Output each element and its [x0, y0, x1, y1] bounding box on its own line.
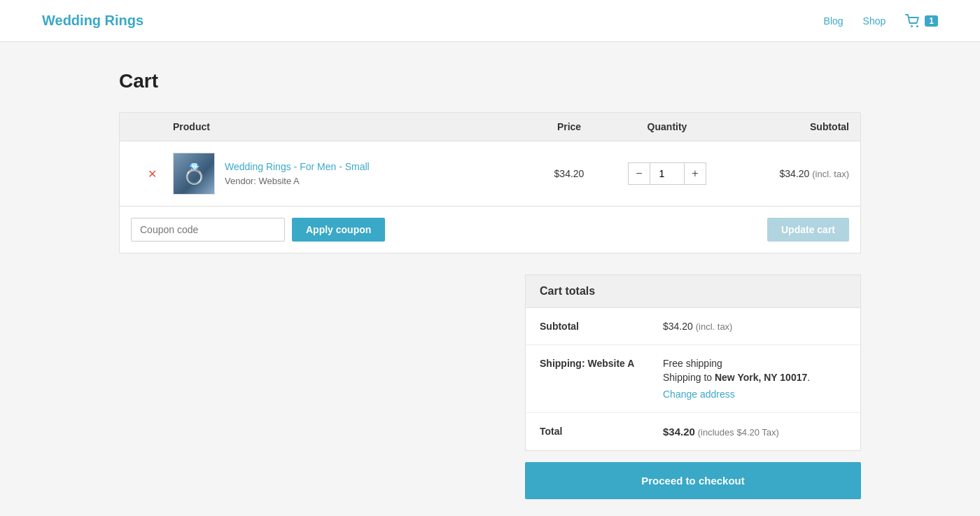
- totals-total-row: Total $34.20 (includes $4.20 Tax): [526, 413, 860, 450]
- cart-count-badge: 1: [925, 15, 938, 27]
- quantity-input[interactable]: [650, 162, 684, 185]
- cart-table-header: Product Price Quantity Subtotal: [120, 113, 860, 141]
- main-nav: Blog Shop 1: [824, 14, 938, 28]
- nav-shop[interactable]: Shop: [863, 15, 886, 27]
- free-shipping-text: Free shipping: [663, 358, 846, 369]
- col-remove-header: [131, 121, 173, 132]
- shipping-label: Shipping: Website A: [540, 358, 652, 369]
- cart-totals-table: Cart totals Subtotal $34.20 (incl. tax) …: [525, 274, 861, 451]
- cart-totals-wrapper: Cart totals Subtotal $34.20 (incl. tax) …: [119, 274, 861, 499]
- subtotal-label: Subtotal: [540, 321, 652, 332]
- proceed-to-checkout-button[interactable]: Proceed to checkout: [525, 462, 861, 499]
- remove-item-button[interactable]: ✕: [131, 167, 173, 181]
- product-subtotal: $34.20 (incl. tax): [723, 168, 849, 179]
- site-logo[interactable]: Wedding Rings: [42, 13, 144, 29]
- quantity-decrease-button[interactable]: −: [628, 162, 650, 185]
- product-info: Wedding Rings - For Men - Small Vendor: …: [225, 161, 370, 186]
- product-image: [173, 153, 215, 195]
- cart-table: Product Price Quantity Subtotal ✕ Weddin…: [119, 112, 861, 253]
- cart-icon-button[interactable]: 1: [905, 14, 938, 28]
- total-value: $34.20 (includes $4.20 Tax): [663, 426, 846, 438]
- change-address-link[interactable]: Change address: [663, 389, 735, 400]
- coupon-left: Apply coupon: [131, 218, 385, 242]
- product-vendor: Vendor: Website A: [225, 176, 300, 186]
- site-header: Wedding Rings Blog Shop 1: [0, 0, 980, 42]
- product-price: $34.20: [527, 168, 611, 179]
- totals-shipping-row: Shipping: Website A Free shipping Shippi…: [526, 345, 860, 413]
- svg-point-0: [911, 25, 913, 27]
- col-subtotal-header: Subtotal: [723, 121, 849, 132]
- cart-totals-header: Cart totals: [526, 275, 860, 308]
- subtotal-value: $34.20 (incl. tax): [663, 321, 846, 332]
- totals-subtotal-row: Subtotal $34.20 (incl. tax): [526, 308, 860, 345]
- table-row: ✕ Wedding Rings - For Men - Small Vendor…: [120, 141, 860, 207]
- col-price-header: Price: [527, 121, 611, 132]
- update-cart-button[interactable]: Update cart: [767, 218, 849, 242]
- col-product-header: Product: [173, 121, 527, 132]
- product-name-link[interactable]: Wedding Rings - For Men - Small: [225, 161, 370, 172]
- coupon-code-input[interactable]: [131, 218, 285, 242]
- main-content: Cart Product Price Quantity Subtotal ✕ W…: [105, 42, 875, 516]
- nav-blog[interactable]: Blog: [824, 15, 844, 27]
- product-cell: Wedding Rings - For Men - Small Vendor: …: [173, 153, 527, 195]
- cart-totals-section: Cart totals Subtotal $34.20 (incl. tax) …: [525, 274, 861, 499]
- shipping-location-text: Shipping to New York, NY 10017.: [663, 372, 846, 383]
- checkout-btn-wrapper: Proceed to checkout: [525, 462, 861, 499]
- shipping-value: Free shipping Shipping to New York, NY 1…: [663, 358, 846, 400]
- cart-icon: [905, 14, 920, 28]
- quantity-increase-button[interactable]: +: [684, 162, 706, 185]
- page-title: Cart: [119, 70, 861, 92]
- col-quantity-header: Quantity: [611, 121, 723, 132]
- total-label: Total: [540, 426, 652, 437]
- quantity-cell: − +: [611, 162, 723, 185]
- apply-coupon-button[interactable]: Apply coupon: [292, 218, 385, 242]
- svg-point-1: [916, 25, 918, 27]
- coupon-row: Apply coupon Update cart: [120, 207, 860, 253]
